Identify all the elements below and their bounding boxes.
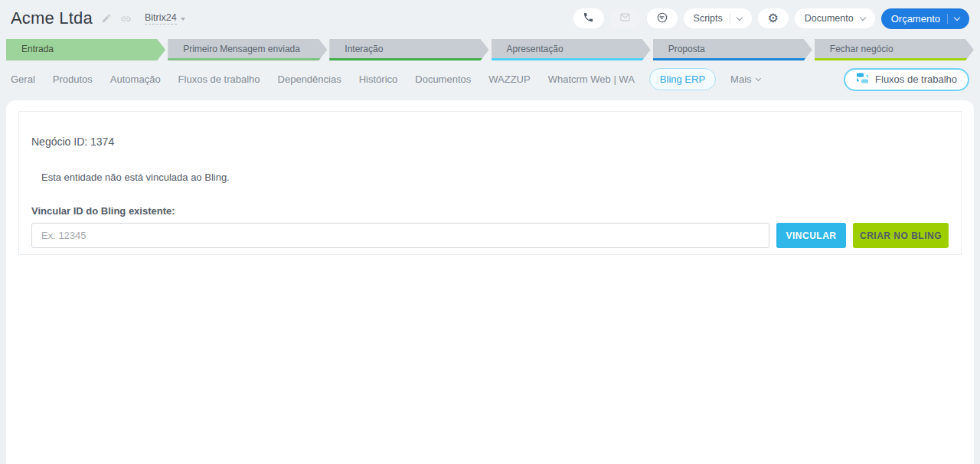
stage-primeiro-mensagem[interactable]: Primeiro Mensagem enviada (168, 39, 327, 60)
stage-apresentacao[interactable]: Apresentação (492, 39, 651, 60)
mail-button[interactable] (610, 8, 641, 28)
caret-down-icon (181, 18, 185, 21)
stage-label: Apresentação (507, 44, 564, 54)
page-title: Acme Ltda (11, 8, 93, 28)
feedback-chat-button[interactable] (647, 8, 678, 28)
bling-erp-panel: Negócio ID: 1374 Esta entidade não está … (18, 111, 962, 255)
settings-button[interactable]: ⚙ (758, 8, 789, 28)
stage-color-underline (168, 58, 327, 60)
account-label: Bitrix24 (145, 12, 177, 25)
scripts-button-label: Scripts (694, 13, 723, 24)
stage-fechar-negocio[interactable]: Fechar negócio (815, 39, 974, 60)
bling-id-input[interactable] (31, 223, 769, 248)
header: Acme Ltda Bitrix24 Scripts (0, 0, 980, 34)
stage-label: Fechar negócio (830, 44, 893, 54)
criar-no-bling-button[interactable]: CRIAR NO BLING (853, 223, 949, 248)
tab-mais[interactable]: Mais (730, 74, 760, 85)
phone-icon (583, 11, 594, 25)
tab-historico[interactable]: Histórico (359, 74, 398, 85)
orcamento-button-label: Orçamento (891, 13, 940, 25)
workflows-button[interactable]: Fluxos de trabalho (844, 68, 969, 91)
tab-mais-label: Mais (730, 74, 751, 85)
link-icon[interactable] (120, 13, 132, 25)
stage-proposta[interactable]: Proposta (653, 39, 812, 60)
tab-fluxos-de-trabalho[interactable]: Fluxos de trabalho (178, 74, 260, 85)
stage-color-underline (653, 58, 812, 60)
chevron-down-icon (859, 14, 865, 20)
chevron-down-icon (954, 14, 960, 20)
tab-geral[interactable]: Geral (11, 74, 35, 85)
stage-label: Primeiro Mensagem enviada (183, 44, 300, 54)
workflow-icon (856, 72, 869, 87)
documento-button-label: Documento (805, 13, 854, 24)
stage-color-underline (492, 58, 651, 60)
stage-label: Proposta (668, 44, 705, 54)
edit-pencil-icon[interactable] (101, 13, 112, 24)
tab-wazzup[interactable]: WAZZUP (488, 74, 530, 85)
stage-label: Interação (345, 44, 383, 54)
deal-id-text: Negócio ID: 1374 (31, 136, 949, 148)
tab-automacao[interactable]: Automação (110, 74, 161, 85)
stage-color-underline (815, 58, 974, 60)
tab-produtos[interactable]: Produtos (53, 74, 93, 85)
chevron-down-icon (737, 14, 743, 20)
stage-label: Entrada (21, 44, 54, 54)
tab-documentos[interactable]: Documentos (415, 74, 471, 85)
header-toolbar: Scripts ⚙ Documento Orçamento (573, 8, 969, 29)
link-input-row: VINCULAR CRIAR NO BLING (31, 223, 949, 248)
stage-entrada[interactable]: Entrada (6, 39, 165, 60)
vincular-button[interactable]: VINCULAR (776, 223, 846, 248)
content-area: Negócio ID: 1374 Esta entidade não está … (6, 100, 974, 464)
tab-bling-erp-active[interactable]: Bling ERP (649, 68, 716, 90)
button-divider (730, 14, 730, 24)
documento-button[interactable]: Documento (795, 8, 875, 28)
phone-button[interactable] (573, 8, 604, 28)
not-linked-message: Esta entidade não está vinculada ao Blin… (41, 172, 949, 183)
tab-whatcrm-web-wa[interactable]: Whatcrm Web | WA (548, 74, 635, 85)
chevron-down-icon (755, 75, 760, 80)
stage-interacao[interactable]: Interação (329, 39, 488, 60)
chat-feedback-icon (656, 11, 668, 26)
button-divider (947, 14, 948, 24)
deal-stage-pipeline: Entrada Primeiro Mensagem enviada Intera… (6, 39, 974, 60)
link-field-label: Vincular ID do Bling existente: (31, 205, 949, 217)
account-switcher[interactable]: Bitrix24 (145, 12, 185, 25)
scripts-button[interactable]: Scripts (684, 8, 752, 28)
tabs-bar: Geral Produtos Automação Fluxos de traba… (11, 67, 969, 91)
workflows-button-label: Fluxos de trabalho (875, 74, 957, 85)
tab-dependencias[interactable]: Dependências (278, 74, 341, 85)
gear-icon: ⚙ (768, 12, 779, 25)
orcamento-button[interactable]: Orçamento (881, 8, 969, 29)
stage-color-underline (329, 58, 488, 60)
mail-icon (619, 11, 631, 25)
